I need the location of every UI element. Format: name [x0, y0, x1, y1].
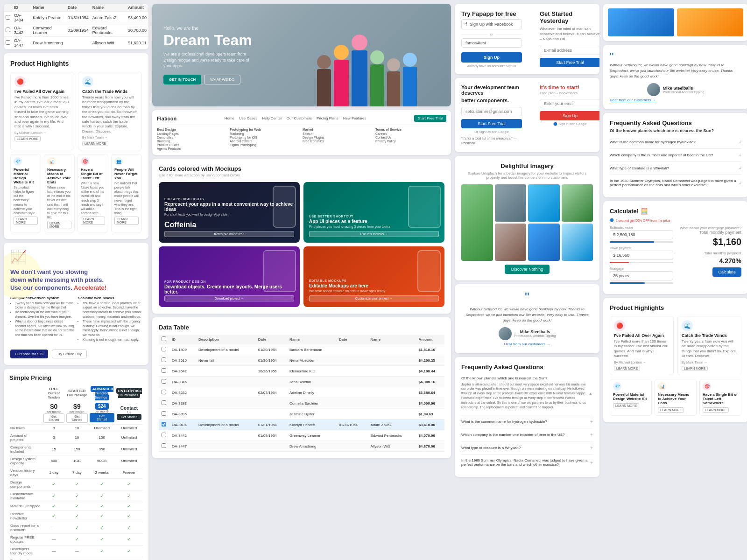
table-row[interactable]: OA-2615Never fail01/30/1954Nena Mueckler… — [159, 355, 444, 366]
dev-google-signup[interactable]: Or Sign Up with Google — [461, 130, 522, 133]
table-row[interactable]: OA-3447 Drew Armstrong Allyson Witt $1,6… — [4, 37, 148, 49]
starter-get-btn[interactable]: Get Started — [66, 413, 87, 423]
nav-sub-item[interactable]: Marketing — [230, 132, 301, 135]
nav-sub-item[interactable]: Product Guides — [157, 143, 228, 147]
nav-sub-item[interactable]: Careers — [375, 132, 446, 135]
row-checkbox[interactable] — [162, 368, 166, 373]
nav-sub-item[interactable]: Privacy Policy — [375, 140, 446, 143]
learn-more-right-sm-1[interactable]: LEARN MORE — [613, 403, 639, 408]
table-row-highlighted[interactable]: OA-3404Development of a model01/31/1954K… — [159, 420, 444, 430]
table-row[interactable]: OA-3404 Katelyn Pearce 01/31/1954 Adam Z… — [4, 12, 148, 24]
start-free-trial-button[interactable]: Start Free Trial — [540, 58, 599, 67]
row-checkbox[interactable] — [162, 411, 166, 416]
discover-button[interactable]: Discover Nothing — [505, 265, 550, 274]
row-checkbox[interactable] — [162, 347, 166, 351]
dev-email-input[interactable] — [465, 109, 518, 114]
table-row[interactable]: OA-264210/26/1956Klementine Kitt$4,100.4… — [159, 366, 444, 377]
table-row[interactable]: OA-1809Development of a model01/20/1954B… — [159, 344, 444, 355]
learn-more-right-1[interactable]: LEARN MORE — [614, 366, 640, 371]
calculate-button[interactable]: Calculate — [712, 267, 741, 277]
email-input[interactable] — [465, 41, 518, 45]
mockup-btn-4[interactable]: Customize your project → — [309, 295, 439, 301]
nav-item-home[interactable]: Home — [225, 116, 234, 120]
google-signin[interactable]: 🔵 Sign in with Google — [540, 122, 599, 126]
nav-cta-button[interactable]: Start Free Trial — [414, 115, 446, 122]
learn-more-sm-2[interactable]: LEARN MORE — [47, 221, 71, 229]
row-checkbox[interactable] — [162, 400, 166, 405]
faq-right-item-1[interactable]: What is the common name for hydrogen hyd… — [610, 136, 741, 149]
nav-sub-item[interactable]: Sketch — [303, 132, 374, 135]
faq-right-item-4[interactable]: In the 1980 Summer Olympics, Nadia Coman… — [610, 175, 741, 191]
its-email-input[interactable] — [544, 101, 596, 106]
nav-sub-item[interactable]: Design Plugins — [303, 136, 374, 139]
row-checkbox[interactable] — [162, 443, 166, 448]
mockup-btn-1[interactable]: Keten pro monetized — [164, 231, 294, 237]
faq-right-item-2[interactable]: Which company is the number one importer… — [610, 149, 741, 162]
row-checkbox-checked[interactable] — [162, 422, 166, 427]
learn-more-right-2[interactable]: LEARN MORE — [682, 366, 708, 371]
dev-email-field[interactable] — [461, 107, 522, 116]
mortgage-input[interactable] — [610, 271, 673, 280]
estimated-value-input[interactable] — [610, 230, 673, 239]
advanced-get-btn[interactable]: Get Started — [90, 413, 114, 422]
facebook-signup-btn[interactable]: f Sign Up with Facebook — [461, 19, 522, 29]
nav-item-customers[interactable]: Our Customers — [287, 116, 312, 120]
learn-more-sm-1[interactable]: LEARN MORE — [14, 217, 38, 225]
nav-sub-item[interactable]: Demo sites — [157, 136, 228, 139]
faq-right-item-3[interactable]: What type of creature is a Whydah? + — [610, 162, 741, 175]
what-we-do-button[interactable]: WHAT WE DO — [204, 75, 240, 84]
email-address-field[interactable] — [540, 46, 599, 55]
nav-sub-item[interactable]: Android Tablets — [230, 140, 301, 143]
nav-sub-item[interactable]: Prototyping for iOS — [230, 136, 301, 139]
faq-item-featured[interactable]: Of the known planets which one is neares… — [461, 372, 593, 416]
table-row[interactable]: OA-3383Cornelia Bachner$4,000.06 — [159, 398, 444, 409]
row-checkbox[interactable] — [6, 15, 10, 20]
nav-item-use-cases[interactable]: Use Cases — [239, 116, 257, 120]
table-row[interactable]: OA-323202/07/1954Adeline Dinelly$3,680.6… — [159, 387, 444, 398]
mockup-btn-3[interactable]: Download project → — [164, 295, 294, 301]
email-address-input[interactable] — [544, 48, 596, 53]
signup-button[interactable]: Sign Up — [461, 52, 522, 63]
row-checkbox[interactable] — [162, 357, 166, 362]
get-in-touch-button[interactable]: GET IN TOUCH — [163, 75, 201, 84]
mockup-btn-2[interactable]: Use this method → — [309, 231, 439, 237]
learn-more-btn-1[interactable]: LEARN MORE — [14, 136, 41, 141]
nav-sub-item[interactable]: Branding — [157, 140, 228, 143]
email-field[interactable] — [461, 38, 522, 48]
row-checkbox[interactable] — [6, 28, 10, 32]
its-email-field[interactable] — [540, 99, 599, 108]
faq-item-2[interactable]: Which company is the number one importer… — [461, 428, 593, 441]
learn-more-right-sm-3[interactable]: LEARN MORE — [703, 407, 729, 413]
purchase-button[interactable]: Purchase for $79 — [10, 350, 48, 358]
row-checkbox[interactable] — [162, 433, 166, 437]
enterprise-get-btn[interactable]: Get Started — [117, 414, 142, 420]
nav-sub-item[interactable]: Contact Us — [375, 136, 446, 139]
dt-select-all[interactable] — [162, 336, 166, 341]
free-get-btn[interactable]: Get Started — [43, 413, 64, 423]
hear-customers-btn-right[interactable]: Hear from our customers → — [610, 98, 656, 102]
nav-sub-item[interactable]: Figma Prototyping — [230, 143, 301, 147]
hear-customers-btn-mid[interactable]: Hear from our customers → — [504, 342, 550, 346]
row-checkbox[interactable] — [6, 40, 10, 45]
table-row[interactable]: OA-3447Drew ArmstrongAllyson Witt$4,670.… — [159, 441, 444, 452]
table-row[interactable]: OA-3046Jens Reichal$4,340.16 — [159, 377, 444, 387]
nav-item-help[interactable]: Help Center — [262, 116, 282, 120]
faq-item-3[interactable]: What type of creature is a Whydah? + — [461, 441, 593, 455]
row-checkbox[interactable] — [162, 379, 166, 384]
try-demo-button[interactable]: Try Before Buy — [52, 350, 87, 358]
faq-item-1[interactable]: What is the common name for hydrogen hyd… — [461, 415, 593, 428]
nav-item-pricing[interactable]: Pricing Plans — [317, 116, 338, 120]
learn-more-sm-3[interactable]: LEARN MORE — [81, 217, 105, 225]
learn-more-right-sm-2[interactable]: LEARN MORE — [658, 407, 684, 413]
dev-free-trial-button[interactable]: Start Free Trial — [461, 119, 522, 128]
row-checkbox[interactable] — [162, 390, 166, 394]
signup-now-button[interactable]: Sign Up — [540, 111, 599, 120]
table-row[interactable]: OA-3395Jasmine Upiter$1,84.63 — [159, 409, 444, 420]
faq-item-4[interactable]: In the 1980 Summer Olympics, Nadia Coman… — [461, 455, 593, 470]
nav-item-features[interactable]: New Features — [343, 116, 366, 120]
learn-more-btn-2[interactable]: LEARN MORE — [82, 141, 108, 146]
nav-sub-item[interactable]: Free Icons/libs — [303, 140, 374, 143]
learn-more-sm-4[interactable]: LEARN MORE — [114, 217, 139, 225]
down-payment-input[interactable] — [610, 251, 673, 260]
table-row[interactable]: OA-344201/09/1954Greenway LearnerEdward … — [159, 430, 444, 441]
